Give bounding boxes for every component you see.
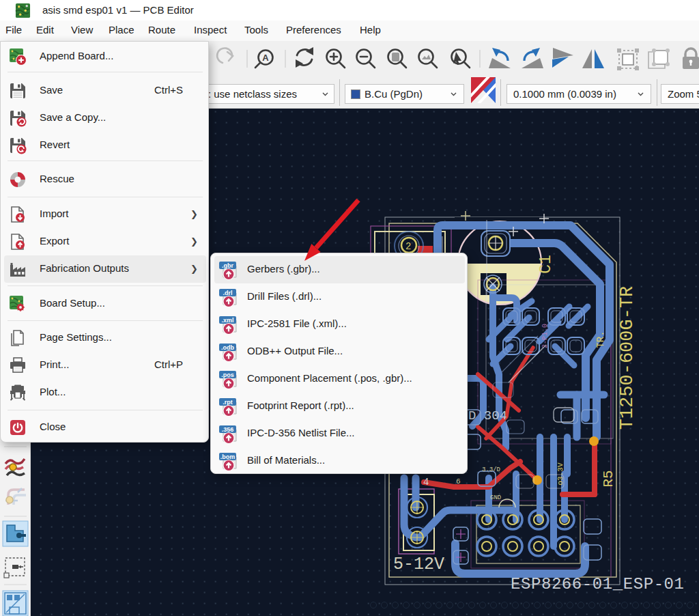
svg-text:.bom: .bom [220, 453, 236, 460]
svg-text:D 304: D 304 [468, 408, 507, 423]
svg-text:.pos: .pos [221, 372, 234, 378]
svg-text:o3.3V: o3.3V [556, 462, 565, 485]
svg-text:.odb: .odb [221, 344, 234, 351]
svg-text:T1250-600G-TR: T1250-600G-TR [617, 286, 638, 430]
svg-text:6: 6 [456, 477, 461, 486]
svg-text:R5: R5 [601, 470, 616, 487]
svg-text:4: 4 [423, 477, 429, 488]
svg-text:C1: C1 [537, 255, 555, 274]
svg-text:3.3/D: 3.3/D [482, 466, 500, 473]
svg-text:2-P1.0: 2-P1.0 [541, 324, 549, 348]
svg-text:.xml: .xml [221, 317, 233, 324]
svg-text:TR.: TR. [595, 331, 606, 348]
svg-text:.drl: .drl [223, 290, 232, 296]
svg-text:ESP8266-01_ESP-01: ESP8266-01_ESP-01 [511, 575, 684, 593]
svg-text:A: A [262, 53, 269, 63]
svg-text:5-12V: 5-12V [393, 555, 444, 574]
svg-text:GND: GND [490, 494, 501, 501]
svg-text:2: 2 [405, 241, 411, 252]
svg-text:.gbr: .gbr [222, 262, 233, 269]
svg-text:.rpt: .rpt [223, 399, 233, 406]
svg-text:.356: .356 [222, 426, 234, 433]
